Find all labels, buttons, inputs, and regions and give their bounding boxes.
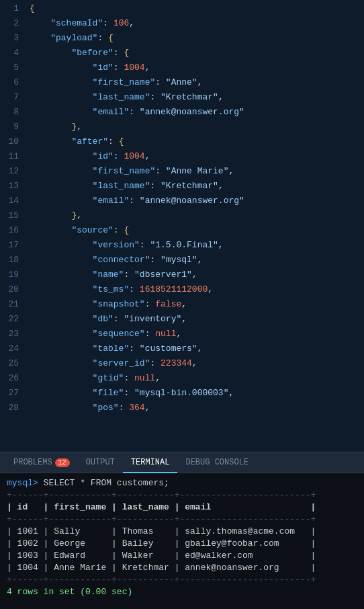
code-token-key: "file"	[30, 388, 124, 398]
code-token-punct: ,	[228, 166, 234, 176]
code-token-key: "sequence"	[30, 329, 145, 339]
code-line: "email": "annek@noanswer.org"	[30, 194, 364, 208]
editor-area: 1234567891011121314151617181920212223242…	[0, 0, 364, 452]
code-token-punct: :	[145, 329, 156, 339]
code-token-number: 364	[129, 403, 144, 413]
code-token-punct: ,	[181, 314, 187, 324]
code-token-key: "snapshot"	[30, 299, 145, 309]
terminal-prompt: mysql>	[7, 478, 38, 488]
code-token-string: "Kretchmar"	[161, 92, 218, 102]
code-token-key: "email"	[30, 107, 129, 117]
code-token-string: "mysql"	[161, 255, 197, 265]
code-token-string: "dbserver1"	[134, 270, 192, 280]
code-token-string: "Anne"	[166, 77, 197, 87]
code-token-punct: ,	[228, 388, 234, 398]
code-token-key: "id"	[30, 63, 113, 73]
code-token-punct: ,	[192, 270, 197, 280]
tab-problems[interactable]: PROBLEMS12	[5, 452, 78, 473]
code-token-brace: {	[124, 48, 129, 58]
code-token-string: "1.5.0.Final"	[150, 240, 218, 250]
code-line: "pos": 364,	[30, 401, 364, 415]
table-border-bot: +------+------------+-----------+-------…	[7, 574, 357, 586]
line-number: 15	[5, 208, 19, 223]
line-number: 18	[5, 253, 19, 268]
code-line: "before": {	[30, 46, 364, 60]
table-row-3: | 1003 | Edward | Walker | ed@walker.com…	[7, 550, 357, 562]
line-numbers: 1234567891011121314151617181920212223242…	[0, 0, 24, 452]
code-token-punct: ,	[218, 181, 224, 191]
code-token-key: "first_name"	[30, 166, 155, 176]
tab-debug[interactable]: DEBUG CONSOLE	[177, 452, 257, 473]
code-token-string: "annek@noanswer.org"	[140, 196, 244, 206]
code-token-punct: ,	[155, 373, 161, 383]
terminal-area[interactable]: mysql> SELECT * FROM customers;+------+-…	[0, 473, 364, 609]
code-token-string: "inventory"	[124, 314, 181, 324]
tab-output[interactable]: OUTPUT	[78, 452, 123, 473]
tab-terminal[interactable]: TERMINAL	[123, 452, 178, 473]
code-line: {	[30, 1, 364, 16]
code-token-punct: ,	[218, 92, 224, 102]
code-token-punct: :	[119, 403, 130, 413]
line-number: 17	[5, 238, 19, 253]
line-number: 9	[5, 120, 19, 134]
code-token-punct: :	[150, 181, 161, 191]
line-number: 22	[5, 312, 19, 327]
code-token-number: 1004	[124, 63, 144, 73]
code-token-punct: :	[113, 225, 124, 235]
code-token-string: "customers"	[140, 343, 197, 354]
code-token-punct: :	[124, 388, 134, 398]
panel-tabs: PROBLEMS12 OUTPUT TERMINAL DEBUG CONSOLE	[0, 452, 364, 473]
line-number: 11	[5, 149, 19, 164]
code-token-punct: ,	[77, 210, 82, 220]
code-token-punct: ,	[145, 403, 150, 413]
code-token-punct: ,	[145, 63, 150, 73]
table-border-top: +------+------------+-----------+-------…	[7, 489, 357, 501]
line-number: 13	[5, 179, 19, 194]
code-token-punct: :	[113, 48, 124, 58]
output-label: OUTPUT	[86, 458, 115, 467]
code-line: "email": "annek@noanswer.org"	[30, 105, 364, 120]
code-line: "id": 1004,	[30, 149, 364, 164]
code-token-punct: :	[124, 270, 134, 280]
code-line: },	[30, 120, 364, 134]
code-token-punct: :	[150, 255, 161, 265]
line-number: 19	[5, 268, 19, 282]
code-token-punct: :	[129, 196, 140, 206]
line-number: 16	[5, 223, 19, 238]
table-row-2: | 1002 | George | Bailey | gbailey@fooba…	[7, 538, 357, 550]
code-token-key: "last_name"	[30, 181, 150, 191]
code-line: "file": "mysql-bin.000003",	[30, 386, 364, 401]
code-token-key: "db"	[30, 314, 113, 324]
code-token-string: "annek@noanswer.org"	[140, 107, 244, 117]
code-token-punct: ,	[218, 240, 224, 250]
code-token-key: "after"	[30, 136, 108, 147]
code-token-punct: ,	[176, 329, 181, 339]
code-token-punct: :	[97, 33, 108, 43]
code-token-key: "pos"	[30, 403, 119, 413]
code-line: "payload": {	[30, 31, 364, 46]
code-token-brace: {	[108, 33, 113, 43]
code-token-bool: false	[155, 299, 181, 309]
line-number: 7	[5, 90, 19, 105]
code-token-brace: {	[30, 3, 35, 13]
code-token-punct: :	[129, 107, 140, 117]
code-token-number: 106	[113, 18, 129, 28]
code-line: "version": "1.5.0.Final",	[30, 238, 364, 253]
table-row-1: | 1001 | Sally | Thomas | sally.thomas@a…	[7, 526, 357, 538]
code-line: "schemaId": 106,	[30, 16, 364, 31]
code-token-key: "source"	[30, 225, 113, 235]
code-token-string: "mysql-bin.000003"	[134, 388, 228, 398]
code-token-punct: ,	[197, 255, 203, 265]
code-line: "last_name": "Kretchmar",	[30, 90, 364, 105]
code-token-punct: ,	[77, 122, 82, 132]
code-token-key: "payload"	[30, 33, 97, 43]
table-header: | id | first_name | last_name | email |	[7, 501, 357, 514]
code-token-punct: ,	[208, 284, 213, 294]
code-line: "sequence": null,	[30, 327, 364, 341]
code-token-punct: ,	[181, 299, 187, 309]
line-number: 28	[5, 401, 19, 415]
line-number: 21	[5, 297, 19, 312]
code-token-punct: :	[145, 299, 156, 309]
code-token-punct: :	[124, 373, 134, 383]
code-token-string: "Anne Marie"	[166, 166, 229, 176]
